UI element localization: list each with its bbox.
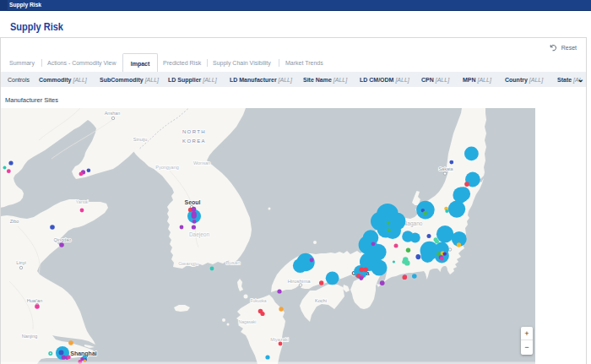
svg-text:Sakata: Sakata <box>438 166 453 171</box>
svg-text:KOREA: KOREA <box>182 139 206 144</box>
svg-text:Miyazaki: Miyazaki <box>270 337 288 342</box>
svg-text:Pyongyang: Pyongyang <box>155 165 179 170</box>
svg-text:Hiroshima: Hiroshima <box>287 279 311 284</box>
svg-text:NORTH: NORTH <box>182 129 206 134</box>
svg-text:Qingdao: Qingdao <box>54 237 72 242</box>
svg-text:Fukuoka: Fukuoka <box>250 298 266 303</box>
svg-text:Nagasaki: Nagasaki <box>239 319 257 324</box>
svg-text:Yantai: Yantai <box>75 199 88 204</box>
svg-text:Anshan: Anshan <box>105 111 121 116</box>
svg-text:Nagano: Nagano <box>404 220 423 227</box>
svg-text:Daejeon: Daejeon <box>189 231 210 238</box>
svg-text:Nanjing: Nanjing <box>22 334 38 339</box>
svg-text:Gwangju: Gwangju <box>178 261 198 266</box>
svg-text:Huai'an: Huai'an <box>27 298 42 303</box>
svg-text:Kochi: Kochi <box>315 298 327 303</box>
svg-text:Wonsan: Wonsan <box>193 160 210 166</box>
svg-text:Sinuiju: Sinuiju <box>133 137 148 142</box>
svg-text:Zibo: Zibo <box>10 219 19 224</box>
svg-text:Seoul: Seoul <box>184 199 200 205</box>
svg-text:Busan: Busan <box>225 260 240 265</box>
svg-text:Linyi: Linyi <box>16 260 25 265</box>
